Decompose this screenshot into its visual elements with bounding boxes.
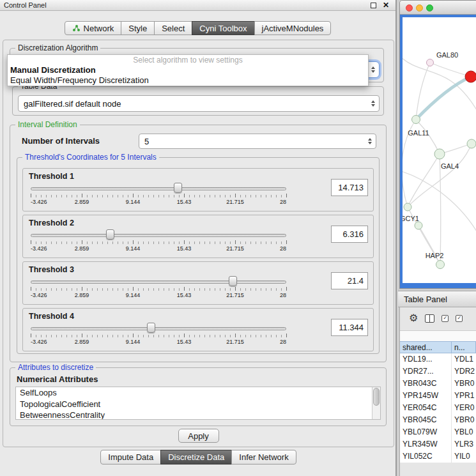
checkbox-icon[interactable]: ✓ [456,315,463,322]
list-item[interactable]: SelfLoops [16,387,380,399]
threshold-slider[interactable]: -3.426 2.859 9.144 15.43 21.715 28 [31,324,286,349]
scrollbar[interactable] [372,387,380,419]
tab-jactivemnodules[interactable]: jActiveMNodules [254,21,332,35]
close-icon[interactable]: ✕ [383,1,389,10]
highlighted-edge[interactable] [416,77,471,119]
number-of-intervals-value: 5 [144,137,149,146]
table-row[interactable]: YLR345WYLR3 [400,438,476,450]
slider-track[interactable] [31,187,286,190]
interval-definition-group: Interval Definition Number of Intervals … [10,125,387,362]
column-header-shared-name[interactable]: shared... [400,341,452,353]
tab-discretize-data[interactable]: Discretize Data [160,450,232,464]
threshold-value-field[interactable]: 11.344 [331,319,368,336]
number-of-intervals-combo[interactable]: 5 [139,134,376,149]
node-table: shared... n... YDL19...YDL1 YDR27...YDR2… [400,341,476,463]
slider-thumb[interactable] [106,229,114,240]
tab-label: Cyni Toolbox [199,24,247,33]
table-row[interactable]: YER054CYER0 [400,402,476,414]
threshold-slider[interactable]: -3.426 2.859 9.144 15.43 21.715 28 [31,277,286,303]
network-window-titlebar[interactable] [400,1,476,15]
tick-label: 2.859 [75,339,89,345]
table-row[interactable]: YIL052CYIL0 [400,450,476,463]
checkbox-icon[interactable]: ✓ [441,315,449,322]
float-window-icon[interactable] [371,3,376,8]
slider-thumb[interactable] [174,183,182,193]
network-canvas[interactable]: GAL80 GAL11 GAL4 GCY1 HAP2 [400,15,476,289]
tick-label: 9.144 [126,339,141,345]
tick-label: 21.715 [226,245,244,252]
tab-label: Discretize Data [168,452,224,462]
table-data-selected-value: galFiltered.sif default node [24,99,121,109]
tick-label: 2.859 [75,292,89,298]
slider-track[interactable] [31,280,286,284]
network-node-selected-red[interactable] [465,71,476,82]
list-item[interactable]: TopologicalCoefficient [16,399,380,410]
table-panel-spacer [400,330,476,341]
network-node[interactable] [404,203,411,211]
tick-label: 15.43 [177,292,192,298]
table-data-combo[interactable]: galFiltered.sif default node [18,95,380,112]
table-row[interactable]: YDL19...YDL1 [400,353,476,365]
list-item[interactable]: BetweennessCentrality [16,410,380,420]
slider-track[interactable] [31,234,286,237]
threshold-value-field[interactable]: 6.316 [331,226,368,243]
table-row[interactable]: YDR27...YDR2 [400,365,476,378]
tick-label: -3.426 [31,339,47,345]
tick-label: 9.144 [126,199,141,205]
network-node[interactable] [427,59,434,66]
tab-style[interactable]: Style [121,21,155,35]
numerical-attributes-list[interactable]: SelfLoops TopologicalCoefficient Between… [15,387,381,420]
threshold-block-4: Threshold 4 -3.426 2.859 9.144 15.43 21.… [22,308,374,351]
algorithm-option-manual[interactable]: Manual Discretization [8,65,368,75]
algorithm-option-equal-width[interactable]: Equal Width/Frequency Discretization [8,75,368,86]
network-edges [403,56,476,265]
tab-infer-network[interactable]: Infer Network [231,450,296,464]
apply-button[interactable]: Apply [178,429,219,443]
table-row[interactable]: YBR045CYBR0 [400,414,476,426]
algorithm-group-label: Discretization Algorithm [15,43,100,52]
table-row[interactable]: YPR145WYPR1 [400,390,476,402]
tick-label: 21.715 [226,339,244,345]
tick-label: 2.859 [75,199,89,205]
table-row[interactable]: YBR043CYBR0 [400,378,476,390]
algorithm-placeholder: Select algorithm to view settings [8,55,368,65]
scrollbar-thumb[interactable] [373,388,380,406]
tab-impute-data[interactable]: Impute Data [100,450,161,464]
gear-icon[interactable]: ⚙ [409,313,418,323]
slider-ruler [31,334,287,337]
columns-icon[interactable] [425,314,434,323]
network-node[interactable] [436,261,445,269]
thresholds-group-label: Threshold's Coordinates for 5 Intervals [22,153,159,162]
network-node[interactable] [412,116,420,124]
tick-label: 9.144 [126,292,141,298]
close-traffic-light-icon[interactable] [406,4,413,12]
slider-track[interactable] [31,327,286,330]
threshold-value-field[interactable]: 14.713 [331,179,368,196]
tab-network[interactable]: Network [65,21,122,35]
network-node[interactable] [415,222,422,229]
zoom-traffic-light-icon[interactable] [426,4,433,12]
slider-ruler [31,194,287,197]
threshold-label: Threshold 4 [29,312,74,321]
tab-label: Infer Network [239,452,288,462]
threshold-label: Threshold 3 [29,265,74,274]
attributes-group-label: Attributes to discretize [15,363,96,372]
node-label: HAP2 [426,252,444,259]
threshold-slider[interactable]: -3.426 2.859 9.144 15.43 21.715 28 [31,184,286,210]
minimize-traffic-light-icon[interactable] [416,4,423,12]
slider-thumb[interactable] [147,323,155,333]
threshold-value-field[interactable]: 21.4 [331,272,368,289]
algorithm-dropdown-popup: Select algorithm to view settings Manual… [7,54,369,86]
tab-cyni-toolbox[interactable]: Cyni Toolbox [192,21,254,35]
network-node[interactable] [467,139,476,148]
tab-select[interactable]: Select [154,21,192,35]
threshold-slider[interactable]: -3.426 2.859 9.144 15.43 21.715 28 [31,231,286,256]
combo-stepper-icon [368,138,372,144]
threshold-label: Threshold 1 [29,172,74,181]
table-data-group: Table Data galFiltered.sif default node [12,86,384,116]
table-row[interactable]: YBL079WYBL0 [400,426,476,438]
slider-thumb[interactable] [229,276,237,286]
column-header-name[interactable]: n... [452,341,476,353]
tab-label: Network [84,24,114,33]
network-node[interactable] [434,149,445,159]
